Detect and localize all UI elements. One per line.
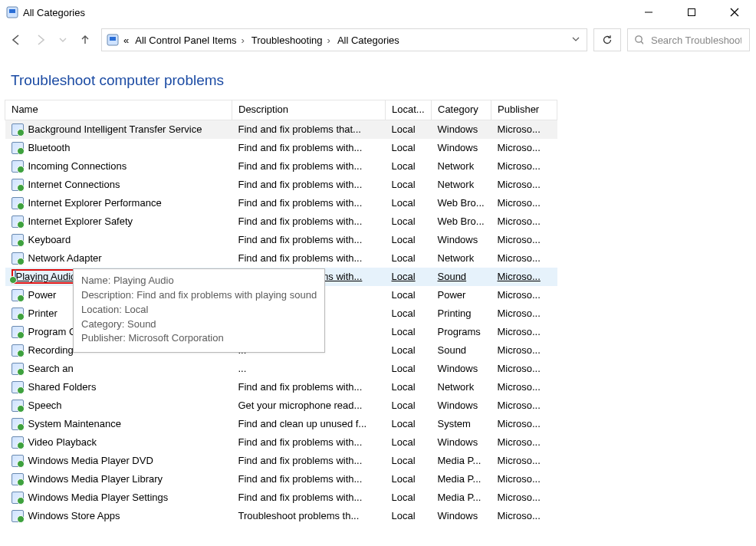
troubleshooter-icon [12, 308, 24, 320]
row-name: Incoming Connections [28, 160, 127, 172]
row-location: Local [386, 212, 432, 231]
row-location: Local [386, 507, 432, 525]
row-location: Local [386, 341, 432, 360]
close-button[interactable] [724, 5, 745, 20]
troubleshooter-icon [12, 197, 24, 209]
table-row[interactable]: Incoming ConnectionsFind and fix problem… [5, 157, 557, 176]
row-name: Internet Explorer Safety [28, 215, 133, 227]
row-description: Find and fix problems with... [232, 378, 386, 396]
table-row[interactable]: Windows Media Player DVDFind and fix pro… [5, 452, 557, 470]
search-box[interactable] [627, 28, 750, 51]
troubleshooter-icon [12, 160, 24, 173]
column-header-location[interactable]: Locat... [386, 100, 432, 120]
svg-line-9 [641, 41, 643, 44]
column-header-category[interactable]: Category [432, 100, 491, 120]
chevron-right-icon[interactable]: › [238, 35, 246, 46]
control-panel-icon [107, 34, 119, 46]
table-row[interactable]: Windows Media Player SettingsFind and fi… [5, 488, 557, 507]
row-category: System [432, 415, 491, 433]
row-location: Local [386, 470, 432, 488]
row-location: Local [386, 268, 432, 286]
troubleshooter-icon [12, 363, 24, 375]
address-bar[interactable]: « All Control Panel Items› Troubleshooti… [101, 28, 587, 51]
back-button[interactable] [9, 33, 23, 47]
troubleshooter-icon [12, 400, 24, 412]
breadcrumb-prefix[interactable]: « [122, 35, 130, 46]
row-name: Playing Audio [16, 271, 77, 282]
breadcrumb-item[interactable]: All Categories [336, 35, 401, 46]
row-publisher: Microso... [491, 120, 557, 139]
row-location: Local [386, 231, 432, 249]
maximize-button[interactable] [681, 5, 702, 20]
troubleshooter-icon [12, 234, 24, 246]
row-location: Local [386, 157, 432, 176]
row-location: Local [386, 396, 432, 415]
address-dropdown-button[interactable] [571, 35, 582, 46]
row-name: System Maintenance [28, 418, 121, 429]
row-name: Windows Media Player Settings [28, 492, 169, 503]
table-row[interactable]: Windows Media Player LibraryFind and fix… [5, 470, 557, 488]
row-description: Find and fix problems with... [232, 139, 386, 157]
table-row[interactable]: Windows Store AppsTroubleshoot problems … [5, 507, 557, 525]
row-publisher: Microso... [491, 470, 557, 488]
troubleshooter-icon [12, 473, 24, 485]
table-row[interactable]: System MaintenanceFind and clean up unus… [5, 415, 557, 433]
row-location: Local [386, 323, 432, 341]
minimize-button[interactable] [638, 5, 659, 20]
table-row[interactable]: Internet Explorer PerformanceFind and fi… [5, 194, 557, 212]
table-row[interactable]: Shared FoldersFind and fix problems with… [5, 378, 557, 396]
recent-locations-button[interactable] [58, 35, 67, 44]
row-name: Power [28, 289, 57, 301]
troubleshooter-icon [12, 436, 24, 449]
row-category: Network [432, 157, 491, 176]
row-category: Network [432, 176, 491, 194]
breadcrumb-item[interactable]: All Control Panel Items› [133, 35, 247, 46]
troubleshooter-icon [12, 123, 24, 136]
table-row[interactable]: KeyboardFind and fix problems with...Loc… [5, 231, 557, 249]
refresh-button[interactable] [593, 28, 621, 51]
column-header-name[interactable]: Name [5, 100, 232, 120]
row-publisher: Microso... [491, 433, 557, 452]
tooltip: Name: Playing Audio Description: Find an… [73, 268, 325, 353]
row-location: Local [386, 194, 432, 212]
row-description: Find and fix problems with... [232, 452, 386, 470]
row-publisher: Microso... [491, 176, 557, 194]
breadcrumb-item[interactable]: Troubleshooting› [250, 35, 333, 46]
row-publisher: Microso... [491, 268, 557, 286]
row-category: Windows [432, 360, 491, 378]
table-row[interactable]: Internet Explorer SafetyFind and fix pro… [5, 212, 557, 231]
table-row[interactable]: Network AdapterFind and fix problems wit… [5, 249, 557, 268]
table-row[interactable]: Background Intelligent Transfer ServiceF… [5, 120, 557, 139]
table-row[interactable]: Video PlaybackFind and fix problems with… [5, 433, 557, 452]
row-publisher: Microso... [491, 341, 557, 360]
row-publisher: Microso... [491, 507, 557, 525]
row-publisher: Microso... [491, 304, 557, 323]
table-row[interactable]: Internet ConnectionsFind and fix problem… [5, 176, 557, 194]
row-category: Media P... [432, 452, 491, 470]
row-publisher: Microso... [491, 452, 557, 470]
row-category: Printing [432, 304, 491, 323]
row-name: Windows Store Apps [28, 510, 120, 521]
row-description: Find and fix problems that... [232, 120, 386, 139]
row-name: Internet Explorer Performance [28, 197, 162, 209]
row-publisher: Microso... [491, 396, 557, 415]
row-publisher: Microso... [491, 488, 557, 507]
row-description: Find and clean up unused f... [232, 415, 386, 433]
chevron-right-icon[interactable]: › [325, 35, 333, 46]
row-publisher: Microso... [491, 378, 557, 396]
table-row[interactable]: Search an...LocalWindowsMicroso... [5, 360, 557, 378]
forward-button[interactable] [34, 33, 48, 47]
row-name: Keyboard [28, 234, 71, 245]
row-publisher: Microso... [491, 360, 557, 378]
table-row[interactable]: BluetoothFind and fix problems with...Lo… [5, 139, 557, 157]
row-name: Windows Media Player Library [28, 473, 163, 485]
column-header-description[interactable]: Description [232, 100, 386, 120]
up-button[interactable] [78, 33, 92, 47]
row-category: Network [432, 249, 491, 268]
troubleshooter-icon [12, 510, 24, 522]
search-input[interactable] [649, 34, 743, 47]
row-name: Network Adapter [28, 252, 102, 264]
column-header-publisher[interactable]: Publisher [491, 100, 557, 120]
table-row[interactable]: SpeechGet your microphone read...LocalWi… [5, 396, 557, 415]
troubleshooter-icon [12, 344, 24, 357]
